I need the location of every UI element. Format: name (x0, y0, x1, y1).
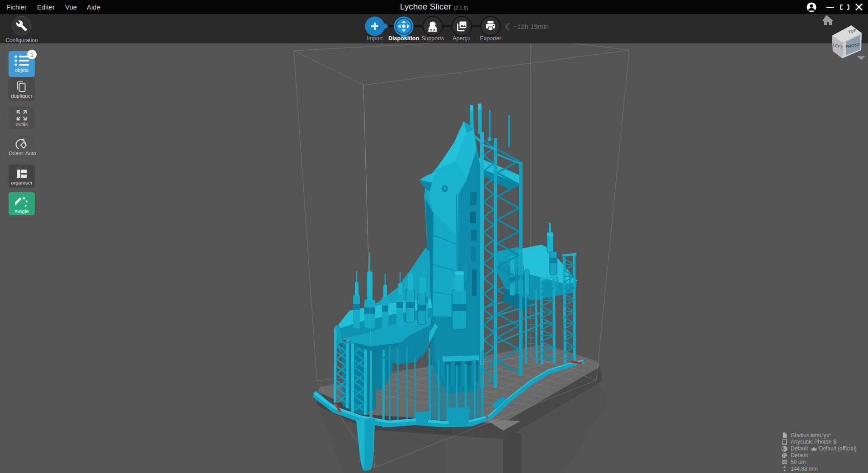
svg-text:Import: Import (367, 35, 383, 42)
svg-text:Disposition: Disposition (388, 35, 419, 42)
svg-text:Supports: Supports (421, 35, 444, 42)
svg-text:Exporter: Exporter (480, 35, 501, 42)
svg-text:~12h 19min: ~12h 19min (513, 23, 549, 30)
svg-text:Aperçu: Aperçu (453, 35, 471, 42)
svg-text:1: 1 (30, 51, 33, 58)
svg-text:Configuration: Configuration (5, 37, 38, 43)
